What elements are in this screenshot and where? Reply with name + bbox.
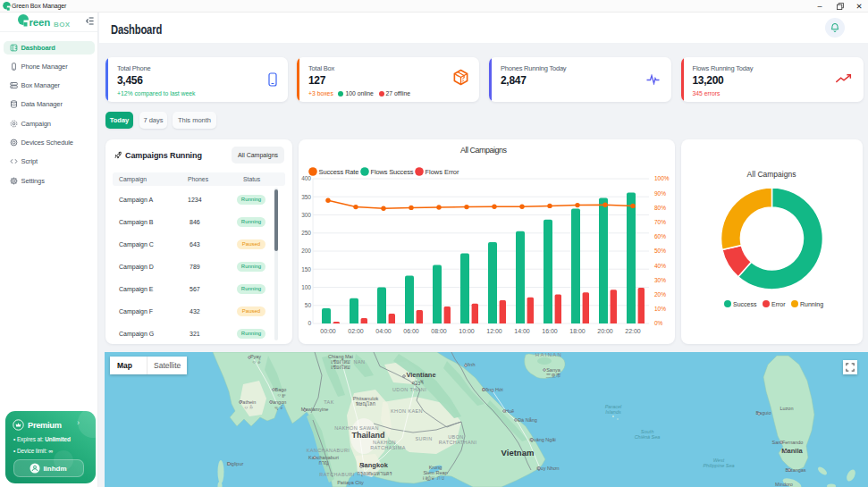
svg-text:Error: Error — [771, 301, 786, 307]
svg-text:กาญ: กาญ — [318, 460, 328, 466]
svg-text:Vietnam: Vietnam — [501, 448, 535, 458]
svg-text:HAINAN: HAINAN — [535, 352, 562, 357]
svg-text:ပခူ: ပခူ — [276, 392, 287, 398]
svg-text:300: 300 — [301, 212, 311, 218]
svg-text:10:00: 10:00 — [459, 328, 475, 334]
svg-text:90%: 90% — [654, 190, 666, 197]
svg-text:150: 150 — [301, 266, 311, 273]
svg-text:04:00: 04:00 — [375, 328, 392, 334]
svg-text:Huế: Huế — [505, 408, 514, 414]
svg-text:Luzon: Luzon — [780, 406, 794, 411]
svg-text:กรุงเทพมหานคร: กรุงเทพมหานคร — [358, 471, 392, 477]
svg-text:All Campaigns: All Campaigns — [747, 170, 796, 179]
svg-text:250: 250 — [301, 230, 311, 236]
svg-text:Philippine Sea: Philippine Sea — [703, 463, 734, 468]
svg-text:TAK: TAK — [324, 399, 334, 405]
svg-text:20%: 20% — [654, 291, 666, 298]
svg-text:400: 400 — [301, 175, 311, 181]
svg-text:ပန်: ပန် — [251, 359, 262, 365]
svg-text:08:00: 08:00 — [431, 328, 447, 334]
svg-text:10%: 10% — [654, 306, 666, 312]
svg-text:0: 0 — [308, 320, 311, 326]
svg-text:30%: 30% — [654, 277, 666, 283]
svg-text:200: 200 — [301, 248, 311, 254]
svg-text:Chiênà Sea: Chiênà Sea — [635, 434, 661, 440]
svg-text:0%: 0% — [654, 320, 663, 326]
svg-text:RATCHASIMA: RATCHASIMA — [370, 445, 406, 450]
svg-text:100: 100 — [301, 284, 311, 290]
svg-text:RATCHABURI: RATCHABURI — [319, 472, 354, 477]
svg-text:02:00: 02:00 — [348, 328, 364, 334]
svg-text:100%: 100% — [654, 175, 670, 181]
svg-text:SURIN: SURIN — [415, 436, 432, 441]
svg-text:Flows Error: Flows Error — [426, 168, 460, 176]
svg-text:Vientiane: Vientiane — [406, 371, 435, 379]
svg-text:Mindoro: Mindoro — [775, 482, 793, 487]
svg-text:Pattaya City: Pattaya City — [337, 480, 364, 485]
svg-text:ပသိ: ပသိ — [243, 405, 254, 410]
svg-text:Bangkok: Bangkok — [359, 461, 389, 469]
svg-text:18:00: 18:00 — [569, 328, 586, 334]
svg-text:50: 50 — [305, 302, 312, 308]
svg-text:60%: 60% — [654, 233, 666, 239]
svg-text:KHON KAEN: KHON KAEN — [391, 408, 423, 414]
svg-text:RATCHATHANI: RATCHATHANI — [439, 440, 477, 445]
svg-text:三亚市: 三亚市 — [546, 373, 561, 378]
svg-text:Quảng Ngãi: Quảng Ngãi — [529, 437, 555, 442]
svg-text:សៀមរាប: សៀមរាប — [423, 475, 445, 481]
svg-text:14:00: 14:00 — [514, 328, 530, 334]
svg-text:เชียงใหม่: เชียงใหม่ — [331, 365, 350, 370]
svg-text:80%: 80% — [654, 205, 666, 211]
svg-text:Success Rate: Success Rate — [319, 168, 359, 176]
svg-text:San Fernando: San Fernando — [772, 440, 804, 445]
svg-text:22:00: 22:00 — [625, 328, 641, 334]
svg-text:350: 350 — [301, 194, 311, 200]
svg-text:Đồng Hới: Đồng Hới — [482, 387, 502, 392]
svg-text:20:00: 20:00 — [597, 328, 613, 334]
svg-text:Đà Nẵng: Đà Nẵng — [518, 417, 537, 423]
svg-text:พิษณุโลก: พิษณุโลก — [356, 400, 375, 407]
svg-text:50%: 50% — [654, 248, 666, 254]
svg-text:00:00: 00:00 — [320, 328, 336, 334]
svg-text:Success: Success — [733, 301, 757, 307]
svg-text:70%: 70% — [654, 219, 666, 225]
svg-text:Islands: Islands — [605, 409, 621, 415]
svg-text:NAN: NAN — [354, 359, 366, 365]
svg-text:06:00: 06:00 — [403, 328, 419, 334]
svg-text:Flows Success: Flows Success — [371, 168, 414, 176]
svg-text:All Campaigns: All Campaigns — [460, 146, 508, 155]
svg-text:ရန်: ရန် — [274, 405, 284, 410]
svg-text:UDON THANI: UDON THANI — [392, 387, 426, 392]
svg-text:16:00: 16:00 — [542, 328, 558, 334]
svg-text:Running: Running — [800, 301, 823, 308]
svg-text:12:00: 12:00 — [486, 328, 502, 334]
svg-text:Thailand: Thailand — [351, 431, 384, 440]
svg-text:KANCHANABURI: KANCHANABURI — [307, 448, 350, 453]
svg-text:40%: 40% — [654, 263, 666, 269]
svg-text:ວຽງຈັ: ວຽງຈັ — [411, 380, 424, 385]
